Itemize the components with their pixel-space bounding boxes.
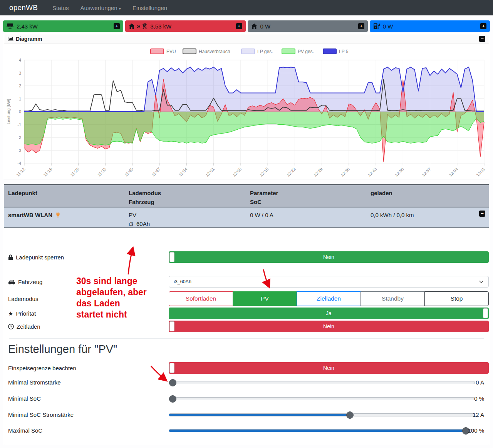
vehicle-select[interactable]: i3_60Ah [169, 276, 489, 288]
svg-text:Hausverbrauch: Hausverbrauch [199, 49, 230, 54]
clock-icon [8, 324, 14, 329]
openwb-page: openWB Status Auswertungen▾ Einstellunge… [0, 0, 493, 448]
svg-text:3: 3 [19, 71, 21, 75]
lock-chargepoint-label: Ladepunkt sperren [8, 254, 64, 261]
row-mode: PV [129, 212, 136, 218]
chargemode-label: Lademodus [8, 296, 38, 302]
chevron-down-icon [479, 281, 483, 283]
svg-text:12:15: 12:15 [259, 167, 270, 177]
brand-logo[interactable]: openWB [9, 3, 38, 12]
lock-icon [8, 254, 13, 260]
slider-handle-0[interactable] [169, 379, 176, 386]
slider-handle-1[interactable] [169, 395, 176, 403]
row-charged: 0,0 kWh / 0,0 km [371, 212, 414, 218]
svg-text:11:33: 11:33 [97, 167, 107, 177]
svg-text:13:04: 13:04 [448, 167, 459, 177]
timecharge-toggle[interactable]: Nein [169, 321, 489, 332]
col-parameter-soc: ParameterSoC [246, 185, 367, 207]
col-geladen: geladen [367, 185, 489, 207]
navbar: openWB Status Auswertungen▾ Einstellunge… [0, 0, 493, 15]
lp-power-value: 0 W [383, 23, 393, 30]
svg-text:11:26: 11:26 [70, 167, 80, 177]
toggle-handle[interactable] [169, 252, 174, 262]
svg-text:0: 0 [19, 109, 21, 114]
car-icon [8, 279, 15, 285]
svg-text:-3: -3 [17, 148, 21, 153]
lock-toggle[interactable]: Nein [169, 251, 489, 263]
nav-item-auswertungen[interactable]: Auswertungen▾ [80, 5, 121, 11]
feedin-limit-toggle[interactable]: Nein [169, 362, 489, 374]
svg-text:EVU: EVU [166, 49, 176, 54]
toggle-handle[interactable] [169, 363, 174, 373]
svg-text:2: 2 [19, 84, 21, 88]
slider-handle-2[interactable] [346, 411, 354, 419]
plug-icon [56, 212, 60, 218]
slider-fill [169, 414, 350, 416]
slider-fill [169, 430, 465, 432]
svg-text:Leistung [kW]: Leistung [kW] [6, 99, 11, 125]
priority-label: ★ Priorität [8, 310, 36, 317]
svg-text:11:54: 11:54 [178, 167, 188, 177]
legend-item-hausverbrauch[interactable]: Hausverbrauch [183, 49, 230, 54]
statusbar-pv[interactable]: 2,43 kW + [3, 20, 123, 32]
diagram-card: Diagramm − -4-3-2-10123411:1211:1911:261… [4, 34, 489, 179]
legend-item-pv-ges-[interactable]: PV ges. [282, 49, 314, 54]
plus-square-icon[interactable]: + [114, 23, 120, 29]
vehicle-select-value: i3_60Ah [174, 279, 191, 284]
angles-right-icon: » [137, 23, 140, 30]
diagram-card-header: Diagramm − [4, 34, 489, 43]
timecharge-toggle-value: Nein [323, 323, 334, 329]
chargemode-button-pv[interactable]: PV [233, 291, 297, 306]
statusbar-evu[interactable]: » 3,53 kW + [125, 20, 245, 32]
pv-settings-heading: Einstellungen für "PV" [8, 343, 117, 356]
chargemode-button-sofortladen[interactable]: Sofortladen [169, 291, 233, 306]
legend-item-lp-5[interactable]: LP 5 [323, 49, 349, 54]
svg-text:12:50: 12:50 [394, 167, 405, 177]
minus-square-icon[interactable]: − [479, 211, 485, 217]
slider-track-3[interactable] [169, 429, 475, 432]
table-row[interactable]: smartWB WLAN PV i3_60Ah 0 W / 0 A 0,0 kW… [4, 207, 489, 228]
svg-text:-2: -2 [17, 135, 21, 140]
chargemode-button-group: SofortladenPVZielladenStandbyStop [169, 291, 489, 306]
svg-text:11:12: 11:12 [15, 167, 26, 177]
svg-text:12:43: 12:43 [367, 167, 378, 177]
slider-label-2: Minimal SoC Stromstärke [8, 411, 74, 418]
chargemode-button-standby[interactable]: Standby [361, 291, 425, 306]
chargemode-button-zielladen[interactable]: Zielladen [297, 291, 361, 306]
pv-power-value: 2,43 kW [17, 23, 38, 30]
nav-item-status[interactable]: Status [52, 5, 69, 11]
nav-item-einstellungen[interactable]: Einstellungen [132, 5, 167, 11]
chart-area-icon [8, 36, 13, 41]
solar-panel-icon [7, 23, 13, 29]
slider-label-1: Minimal SoC [8, 395, 41, 402]
toggle-handle[interactable] [169, 321, 174, 331]
plus-square-icon[interactable]: + [480, 23, 486, 29]
statusbar-ladepunkte[interactable]: 0 W + [370, 20, 490, 32]
slider-track-0[interactable] [169, 381, 475, 384]
svg-text:11:19: 11:19 [42, 167, 53, 177]
minus-square-icon[interactable]: − [479, 36, 485, 42]
svg-text:12:36: 12:36 [340, 167, 350, 177]
svg-text:1: 1 [19, 97, 21, 101]
toggle-handle[interactable] [483, 308, 488, 318]
slider-value-3: 100 % [438, 427, 484, 434]
statusbar-hausverbrauch[interactable]: 0 W + [248, 20, 368, 32]
legend-item-evu[interactable]: EVU [151, 49, 176, 54]
feedin-toggle-value: Nein [323, 365, 334, 371]
slider-track-1[interactable] [169, 397, 475, 400]
priority-toggle[interactable]: Ja [169, 308, 489, 319]
home-icon [251, 23, 257, 29]
chargemode-button-stop[interactable]: Stop [424, 291, 489, 306]
svg-text:12:22: 12:22 [286, 167, 297, 177]
svg-text:-1: -1 [17, 122, 21, 127]
charging-station-icon [373, 23, 380, 29]
legend-item-lp-ges-[interactable]: LP ges. [241, 49, 273, 54]
slider-track-2[interactable] [169, 413, 475, 416]
house-power-value: 0 W [260, 23, 271, 30]
svg-text:12:01: 12:01 [205, 167, 215, 177]
svg-text:PV ges.: PV ges. [298, 49, 314, 54]
svg-text:4: 4 [19, 58, 21, 62]
plus-square-icon[interactable]: + [358, 23, 364, 29]
plus-square-icon[interactable]: + [236, 23, 242, 29]
annotation-text: 30s sind langeabgelaufen, aberdas Ladens… [76, 276, 147, 320]
